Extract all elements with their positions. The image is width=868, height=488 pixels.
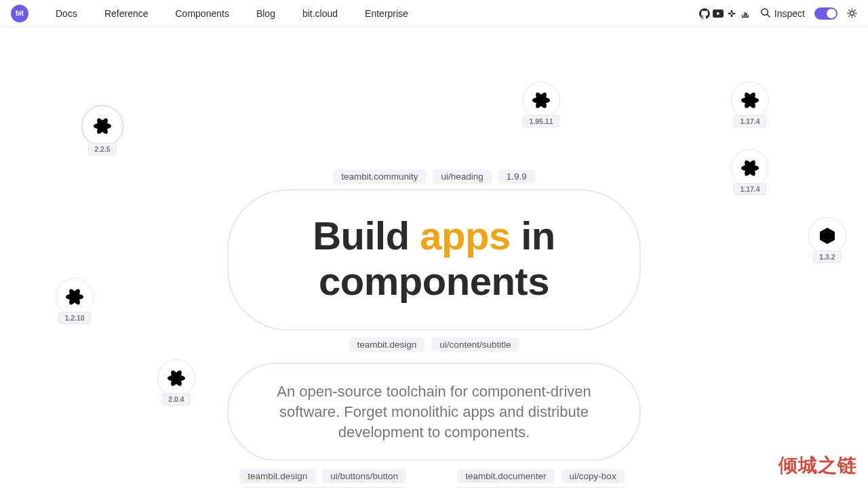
floating-react-node[interactable]: 1.17.4 [731, 149, 769, 195]
node-version-badge: 1.95.11 [523, 115, 559, 127]
slack-icon[interactable] [726, 8, 737, 19]
nav-enterprise[interactable]: Enterprise [365, 8, 408, 19]
svg-line-6 [767, 14, 770, 17]
hero-title-accent: apps [420, 214, 510, 258]
pill-component[interactable]: ui/content/subtitle [431, 338, 519, 352]
floating-react-node[interactable]: 1.2.10 [56, 278, 94, 324]
node-version-badge: 2.2.5 [88, 143, 116, 155]
nav-reference[interactable]: Reference [104, 8, 149, 19]
floating-react-node[interactable]: 2.0.4 [157, 359, 195, 405]
svg-rect-1 [728, 12, 731, 14]
hero-title-pre: Build [313, 214, 420, 258]
pill-component[interactable]: ui/heading [433, 169, 491, 184]
top-header: bit Docs Reference Components Blog bit.c… [0, 0, 868, 27]
pill-component[interactable]: ui/buttons/button [322, 469, 406, 483]
svg-line-13 [854, 16, 855, 16]
nav-bitcloud[interactable]: bit.cloud [302, 8, 338, 19]
theme-sun-icon[interactable] [847, 8, 857, 18]
node-version-badge: 1.2.10 [58, 312, 90, 324]
node-version-badge: 1.3.2 [813, 251, 841, 263]
svg-rect-4 [731, 14, 733, 16]
header-right: Inspect [699, 7, 857, 20]
svg-line-14 [854, 10, 855, 11]
pill-component[interactable]: ui/copy-box [561, 469, 625, 483]
svg-point-7 [850, 12, 854, 16]
react-icon [56, 278, 94, 316]
main-nav: Docs Reference Components Blog bit.cloud… [56, 8, 408, 19]
nav-docs[interactable]: Docs [56, 8, 77, 19]
nav-blog[interactable]: Blog [256, 8, 275, 19]
search-trigger[interactable]: Inspect [760, 7, 805, 20]
nav-components[interactable]: Components [176, 8, 229, 19]
subtitle-text: An open-source toolchain for component-d… [256, 382, 612, 442]
floating-react-node[interactable]: 1.95.11 [522, 81, 560, 127]
pill-scope[interactable]: teambit.documenter [457, 469, 554, 483]
github-icon[interactable] [699, 8, 710, 19]
social-icons [699, 8, 751, 19]
node-version-badge: 1.17.4 [734, 115, 766, 127]
pill-scope[interactable]: teambit.design [349, 338, 425, 352]
floating-nodejs-node[interactable]: 1.3.2 [808, 217, 846, 263]
subtitle-bubble: An open-source toolchain for component-d… [227, 363, 641, 461]
stackoverflow-icon[interactable] [740, 8, 751, 19]
cta-row: teambit.design ui/buttons/button Getting… [227, 469, 641, 488]
center-column: teambit.community ui/heading 1.9.9 Build… [224, 169, 644, 488]
logo-text: bit [16, 9, 24, 17]
nodejs-icon [808, 217, 846, 255]
react-icon [522, 81, 560, 119]
hero-pills: teambit.community ui/heading 1.9.9 [333, 169, 535, 184]
react-icon [157, 359, 195, 397]
floating-react-node[interactable]: 1.17.4 [731, 81, 769, 127]
hero-stage: teambit.community ui/heading 1.9.9 Build… [0, 27, 868, 488]
inspect-label: Inspect [774, 8, 805, 19]
watermark: 倾城之链 [778, 453, 857, 479]
react-icon [81, 105, 123, 147]
svg-rect-2 [732, 12, 735, 14]
react-icon [731, 81, 769, 119]
inspect-toggle[interactable] [814, 7, 837, 20]
cta-left: teambit.design ui/buttons/button Getting… [227, 469, 418, 488]
bit-logo[interactable]: bit [11, 5, 28, 22]
svg-line-12 [849, 10, 850, 11]
pill-scope[interactable]: teambit.community [333, 169, 426, 184]
svg-line-15 [849, 16, 850, 16]
pill-version[interactable]: 1.9.9 [498, 169, 535, 184]
node-version-badge: 1.17.4 [734, 183, 766, 195]
youtube-icon[interactable] [713, 8, 724, 19]
cta-right: teambit.documenter ui/copy-box npx @team… [441, 469, 641, 488]
hero-bubble: Build apps in components [227, 189, 641, 331]
react-icon [731, 149, 769, 187]
subtitle-pills: teambit.design ui/content/subtitle [349, 338, 519, 352]
search-icon [760, 7, 770, 20]
floating-react-node[interactable]: 2.2.5 [81, 105, 123, 155]
pill-scope[interactable]: teambit.design [239, 469, 315, 483]
hero-title: Build apps in components [256, 214, 612, 304]
node-version-badge: 2.0.4 [162, 393, 190, 405]
svg-rect-3 [731, 9, 733, 12]
